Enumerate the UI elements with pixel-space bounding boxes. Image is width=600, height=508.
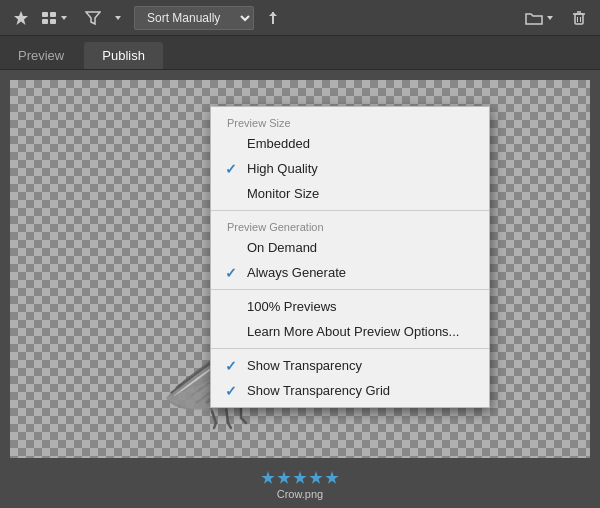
svg-marker-7 bbox=[115, 16, 121, 20]
star-1 bbox=[261, 471, 275, 485]
preview-dropdown-menu: Preview Size Embedded ✓ High Quality Mon… bbox=[210, 106, 490, 408]
sort-direction-btn[interactable] bbox=[260, 6, 286, 30]
star-5 bbox=[325, 471, 339, 485]
delete-btn[interactable] bbox=[566, 6, 592, 30]
filter-icon-btn[interactable] bbox=[8, 6, 34, 30]
svg-rect-1 bbox=[42, 12, 48, 17]
toolbar-left-icons bbox=[8, 6, 74, 30]
star-3 bbox=[293, 471, 307, 485]
svg-rect-4 bbox=[50, 19, 56, 24]
preview-generation-label: Preview Generation bbox=[211, 215, 489, 235]
main-content: Crow.png Preview Size Embedded ✓ High Qu… bbox=[0, 70, 600, 508]
svg-marker-9 bbox=[269, 12, 277, 16]
star-4 bbox=[309, 471, 323, 485]
check-show-transparency-grid: ✓ bbox=[225, 383, 237, 399]
svg-marker-5 bbox=[61, 16, 67, 20]
file-info: Crow.png bbox=[261, 471, 339, 500]
menu-item-on-demand[interactable]: On Demand bbox=[211, 235, 489, 260]
toolbar-filter-group bbox=[80, 6, 128, 30]
check-show-transparency: ✓ bbox=[225, 358, 237, 374]
menu-item-100-previews[interactable]: 100% Previews bbox=[211, 294, 489, 319]
menu-item-monitor-size[interactable]: Monitor Size bbox=[211, 181, 489, 206]
tabs-bar: Preview Publish bbox=[0, 36, 600, 70]
star-rating bbox=[261, 471, 339, 485]
folder-btn[interactable] bbox=[520, 6, 560, 30]
star-2 bbox=[277, 471, 291, 485]
filter-btn[interactable] bbox=[80, 6, 106, 30]
divider-3 bbox=[211, 348, 489, 349]
svg-marker-6 bbox=[86, 12, 100, 24]
view-options-btn[interactable] bbox=[36, 6, 74, 30]
divider-1 bbox=[211, 210, 489, 211]
filter-dropdown-btn[interactable] bbox=[108, 9, 128, 27]
menu-item-show-transparency[interactable]: ✓ Show Transparency bbox=[211, 353, 489, 378]
filename: Crow.png bbox=[277, 488, 323, 500]
menu-item-learn-more[interactable]: Learn More About Preview Options... bbox=[211, 319, 489, 344]
sort-dropdown[interactable]: Sort Manually bbox=[134, 6, 254, 30]
svg-rect-11 bbox=[575, 14, 583, 24]
check-always-generate: ✓ bbox=[225, 265, 237, 281]
menu-item-high-quality[interactable]: ✓ High Quality bbox=[211, 156, 489, 181]
menu-item-show-transparency-grid[interactable]: ✓ Show Transparency Grid bbox=[211, 378, 489, 403]
svg-marker-0 bbox=[14, 11, 28, 25]
divider-2 bbox=[211, 289, 489, 290]
tab-preview[interactable]: Preview bbox=[0, 42, 82, 69]
svg-rect-2 bbox=[50, 12, 56, 17]
check-high-quality: ✓ bbox=[225, 161, 237, 177]
toolbar: Sort Manually bbox=[0, 0, 600, 36]
svg-marker-10 bbox=[547, 16, 553, 20]
menu-item-embedded[interactable]: Embedded bbox=[211, 131, 489, 156]
tab-publish[interactable]: Publish bbox=[84, 42, 163, 69]
svg-rect-3 bbox=[42, 19, 48, 24]
preview-size-label: Preview Size bbox=[211, 111, 489, 131]
menu-item-always-generate[interactable]: ✓ Always Generate bbox=[211, 260, 489, 285]
